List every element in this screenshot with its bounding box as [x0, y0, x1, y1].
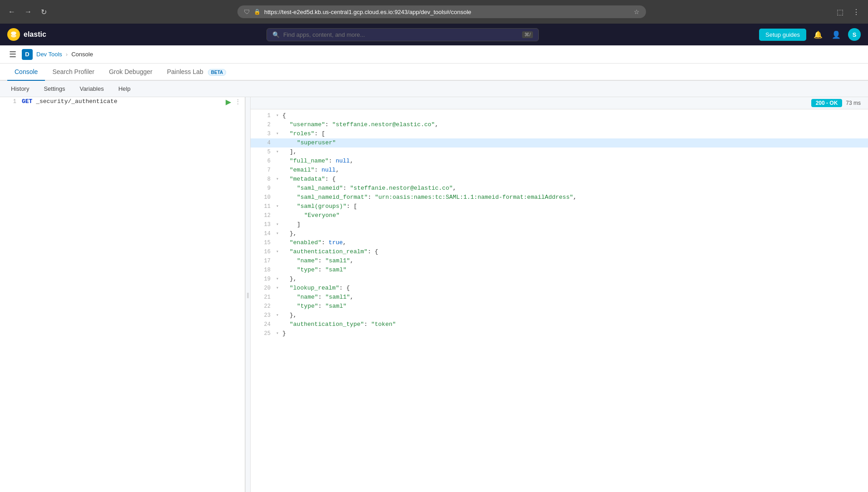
- http-method: GET: [22, 98, 32, 105]
- resp-line-23: 23 ▾ },: [251, 311, 868, 320]
- resp-line-17: 17 "name": "saml1",: [251, 256, 868, 266]
- resize-handle[interactable]: ‖: [245, 97, 251, 492]
- api-path: _security/_authenticate: [36, 98, 117, 105]
- main-area: 1 GET _security/_authenticate ▶ ⋮ ‖ 200 …: [0, 97, 868, 492]
- elastic-logo[interactable]: elastic: [7, 28, 46, 41]
- tab-search-profiler[interactable]: Search Profiler: [45, 64, 102, 81]
- url-text: https://test-e2ed5d.kb.us-central1.gcp.c…: [264, 9, 630, 15]
- elastic-logo-text: elastic: [24, 30, 46, 39]
- menu-button[interactable]: ⋮: [850, 6, 863, 18]
- browser-chrome: ← → ↻ 🛡 🔒 https://test-e2ed5d.kb.us-cent…: [0, 0, 868, 24]
- line-number-1: 1: [4, 97, 16, 106]
- svg-point-2: [11, 34, 16, 38]
- header-actions: Setup guides 🔔 👤 S: [759, 28, 861, 41]
- tab-search-profiler-label: Search Profiler: [52, 68, 94, 75]
- resp-line-13: 13 ▾ ]: [251, 220, 868, 229]
- resp-line-24: 24 "authentication_type": "token": [251, 320, 868, 329]
- resp-line-7: 7 "email": null,: [251, 166, 868, 175]
- back-button[interactable]: ←: [5, 6, 18, 18]
- editor-line-1: 1 GET _security/_authenticate ▶ ⋮: [0, 97, 245, 106]
- resp-line-20: 20 ▾ "lookup_realm": {: [251, 284, 868, 293]
- notifications-button[interactable]: 🔔: [812, 29, 824, 41]
- resp-line-6: 6 "full_name": null,: [251, 157, 868, 166]
- beta-badge: BETA: [208, 69, 226, 76]
- more-options-button[interactable]: ⋮: [235, 98, 241, 105]
- star-icon: ☆: [634, 8, 640, 15]
- tab-grok-debugger-label: Grok Debugger: [109, 68, 153, 75]
- response-content: 1 ▾ { 2 "username": "steffanie.nestor@el…: [251, 109, 868, 492]
- breadcrumb-bar: ☰ D Dev Tools › Console: [0, 45, 868, 64]
- kibana-search-bar[interactable]: 🔍 ⌘/: [266, 28, 539, 41]
- app-icon: D: [22, 49, 33, 60]
- resp-line-4: 4 "superuser": [251, 138, 868, 148]
- run-button[interactable]: ▶: [224, 98, 233, 106]
- user-avatar[interactable]: S: [848, 28, 861, 41]
- resp-line-3: 3 ▾ "roles": [: [251, 129, 868, 138]
- tab-grok-debugger[interactable]: Grok Debugger: [102, 64, 160, 81]
- editor-pane: 1 GET _security/_authenticate ▶ ⋮: [0, 97, 245, 492]
- resp-line-2: 2 "username": "steffanie.nestor@elastic.…: [251, 120, 868, 129]
- resp-line-15: 15 "enabled": true,: [251, 238, 868, 247]
- browser-actions: ⬚ ⋮: [834, 6, 863, 18]
- resp-line-1: 1 ▾ {: [251, 111, 868, 120]
- resp-line-12: 12 "Everyone": [251, 211, 868, 220]
- extensions-button[interactable]: ⬚: [834, 6, 846, 18]
- tab-painless-lab-label: Painless Lab: [167, 68, 203, 75]
- resp-line-11: 11 ▾ "saml(groups)": [: [251, 202, 868, 211]
- tab-painless-lab[interactable]: Painless Lab BETA: [160, 64, 234, 81]
- editor-content[interactable]: 1 GET _security/_authenticate ▶ ⋮: [0, 97, 245, 492]
- tab-console[interactable]: Console: [7, 64, 45, 81]
- resp-line-14: 14 ▾ },: [251, 229, 868, 238]
- response-toolbar: 200 - OK 73 ms: [251, 97, 868, 109]
- console-toolbar: History Settings Variables Help: [0, 81, 868, 97]
- forward-button[interactable]: →: [22, 6, 35, 18]
- resp-line-16: 16 ▾ "authentication_realm": {: [251, 247, 868, 256]
- resp-line-25: 25 ▾ }: [251, 329, 868, 338]
- resp-line-10: 10 "saml_nameid_format": "urn:oasis:name…: [251, 193, 868, 202]
- shield-icon: 🛡: [244, 8, 250, 15]
- status-badge: 200 - OK: [811, 99, 843, 107]
- settings-button[interactable]: Settings: [40, 84, 69, 94]
- resp-line-19: 19 ▾ },: [251, 275, 868, 284]
- lock-icon: 🔒: [254, 9, 261, 15]
- resp-line-9: 9 "saml_nameid": "steffanie.nestor@elast…: [251, 184, 868, 193]
- tab-console-label: Console: [15, 68, 38, 75]
- variables-button[interactable]: Variables: [76, 84, 107, 94]
- hamburger-menu-button[interactable]: ☰: [7, 48, 18, 61]
- breadcrumb-dev-tools[interactable]: Dev Tools: [36, 51, 62, 58]
- breadcrumb-current: Console: [71, 51, 93, 58]
- response-pane: 200 - OK 73 ms 1 ▾ { 2 "username": "stef…: [251, 97, 868, 492]
- resp-line-22: 22 "type": "saml": [251, 302, 868, 311]
- resp-line-8: 8 ▾ "metadata": {: [251, 175, 868, 184]
- refresh-button[interactable]: ↻: [38, 6, 49, 18]
- resp-line-21: 21 "name": "saml1",: [251, 293, 868, 302]
- search-shortcut: ⌘/: [522, 31, 533, 38]
- search-input[interactable]: [283, 31, 518, 38]
- tab-navigation: Console Search Profiler Grok Debugger Pa…: [0, 64, 868, 81]
- svg-point-1: [11, 32, 16, 35]
- user-menu-button[interactable]: 👤: [830, 29, 843, 41]
- help-button[interactable]: Help: [115, 84, 134, 94]
- editor-command: GET _security/_authenticate: [22, 97, 224, 106]
- line-actions: ▶ ⋮: [224, 98, 241, 106]
- resp-line-18: 18 "type": "saml": [251, 266, 868, 275]
- kibana-header: elastic 🔍 ⌘/ Setup guides 🔔 👤 S: [0, 24, 868, 45]
- time-badge: 73 ms: [846, 100, 861, 106]
- resize-icon: ‖: [245, 292, 251, 297]
- search-icon: 🔍: [272, 31, 280, 38]
- setup-guides-button[interactable]: Setup guides: [759, 29, 806, 41]
- address-bar[interactable]: 🛡 🔒 https://test-e2ed5d.kb.us-central1.g…: [237, 5, 646, 18]
- breadcrumb-separator: ›: [66, 51, 68, 58]
- resp-line-5: 5 ▾ ],: [251, 148, 868, 157]
- history-button[interactable]: History: [7, 84, 33, 94]
- elastic-logo-icon: [7, 28, 20, 41]
